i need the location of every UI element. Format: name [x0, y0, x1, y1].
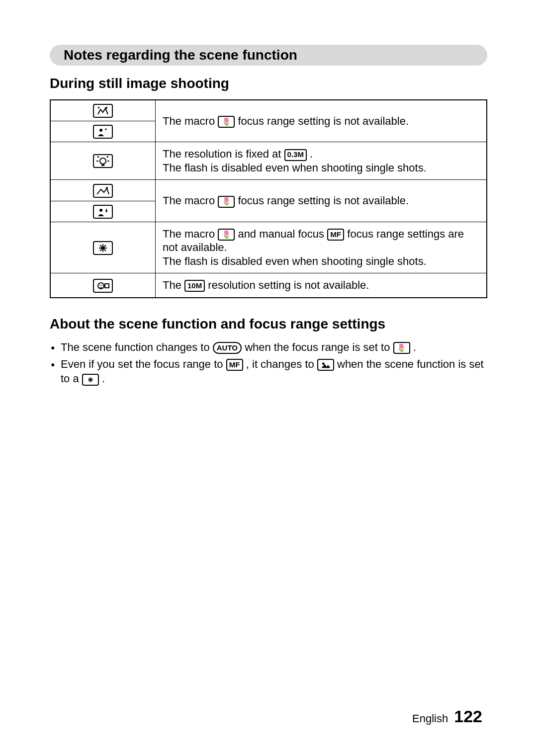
svg-point-14: [101, 285, 102, 286]
scene-mountain-icon: [317, 359, 334, 371]
subheading-focus-range: About the scene function and focus range…: [50, 316, 487, 332]
mf-icon: MF: [226, 359, 243, 371]
text: .: [310, 148, 313, 160]
text: , it changes to: [246, 358, 317, 370]
cell-icon-sports: [50, 100, 156, 121]
table-row: The macro 🌷 focus range setting is not a…: [50, 100, 487, 121]
resolution-03m-icon: 0.3M: [284, 149, 307, 161]
resolution-10m-icon: 10M: [184, 280, 205, 292]
fireworks-icon: [93, 241, 113, 255]
text: and manual focus: [238, 228, 327, 240]
table-row: The 10M resolution setting is not availa…: [50, 273, 487, 298]
cell-icon-night-portrait: [50, 121, 156, 142]
face-icon: [93, 279, 113, 293]
cell-icon-fireworks: [50, 222, 156, 273]
notes-table: The macro 🌷 focus range setting is not a…: [50, 99, 487, 298]
text: resolution setting is not available.: [208, 279, 369, 291]
macro-tulip-icon: 🌷: [218, 196, 235, 208]
text: The macro: [163, 194, 218, 207]
text: focus range setting is not available.: [238, 194, 409, 207]
macro-tulip-icon: 🌷: [218, 116, 235, 128]
mf-icon: MF: [327, 229, 344, 241]
sports-icon: [93, 104, 113, 118]
section-pill: Notes regarding the scene function: [50, 45, 487, 66]
cell-icon-portrait-star: [50, 201, 156, 222]
cell-desc-10m: The 10M resolution setting is not availa…: [156, 273, 487, 298]
list-item: The scene function changes to AUTO when …: [50, 340, 487, 355]
table-row: The macro 🌷 focus range setting is not a…: [50, 180, 487, 201]
list-item: Even if you set the focus range to MF , …: [50, 357, 487, 386]
table-row: The macro 🌷 and manual focus MF focus ra…: [50, 222, 487, 273]
text: .: [102, 372, 105, 385]
svg-point-0: [105, 107, 107, 109]
text: when the focus range is set to: [245, 341, 393, 353]
text: .: [413, 341, 416, 353]
cell-desc-macro-na-1: The macro 🌷 focus range setting is not a…: [156, 100, 487, 142]
landscape-icon: [93, 184, 113, 198]
cell-icon-landscape: [50, 180, 156, 201]
cell-desc-fireworks: The macro 🌷 and manual focus MF focus ra…: [156, 222, 487, 273]
text: focus range setting is not available.: [238, 115, 409, 127]
text: The macro: [163, 228, 218, 240]
auto-icon: AUTO: [213, 342, 242, 354]
svg-point-13: [99, 285, 100, 286]
page-number: 122: [454, 707, 482, 726]
bullet-list: The scene function changes to AUTO when …: [50, 340, 487, 386]
svg-point-3: [99, 209, 102, 212]
cell-icon-lamp: [50, 142, 156, 180]
lamp-icon: [93, 154, 113, 168]
cell-icon-face: [50, 273, 156, 298]
section-title: Notes regarding the scene function: [64, 45, 297, 66]
page-root: Notes regarding the scene function Durin…: [0, 0, 537, 756]
svg-point-16: [322, 362, 325, 365]
svg-point-2: [106, 187, 108, 189]
text: The flash is disabled even when shooting…: [163, 255, 427, 267]
text: The flash is disabled even when shooting…: [163, 162, 427, 174]
text: The: [163, 279, 184, 291]
fireworks-icon: [82, 374, 99, 386]
portrait-star-icon: [93, 205, 113, 219]
page-footer: English 122: [412, 707, 482, 726]
text: Even if you set the focus range to: [61, 358, 226, 370]
cell-desc-macro-na-2: The macro 🌷 focus range setting is not a…: [156, 180, 487, 222]
subheading-still-shooting: During still image shooting: [50, 76, 487, 91]
svg-point-1: [99, 129, 102, 132]
text: The resolution is fixed at: [163, 148, 284, 160]
footer-language: English: [412, 712, 448, 725]
svg-rect-15: [105, 284, 109, 288]
macro-tulip-icon: 🌷: [393, 342, 410, 354]
text: The scene function changes to: [61, 341, 213, 353]
macro-tulip-icon: 🌷: [218, 229, 235, 241]
night-portrait-icon: [93, 125, 113, 139]
cell-desc-resolution-03m: The resolution is fixed at 0.3M . The fl…: [156, 142, 487, 180]
table-row: The resolution is fixed at 0.3M . The fl…: [50, 142, 487, 180]
text: The macro: [163, 115, 218, 127]
